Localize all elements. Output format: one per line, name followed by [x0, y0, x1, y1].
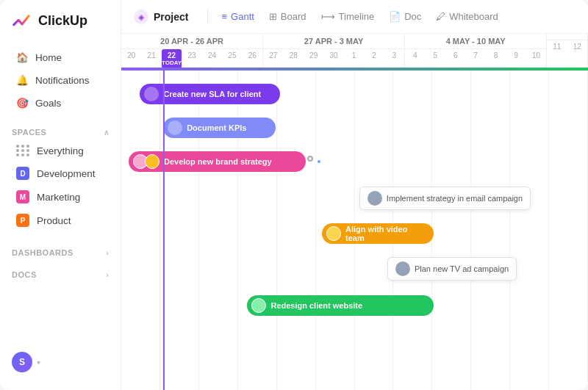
gantt-bar-sla[interactable]: Create new SLA for client — [140, 84, 280, 104]
timeline-tab-label: Timeline — [339, 11, 375, 22]
user-avatar: S — [12, 352, 32, 372]
date-day: 26 — [243, 49, 262, 68]
sidebar-goals-label: Goals — [35, 98, 61, 109]
date-range-label-2: 27 APR - 3 MAY — [263, 34, 404, 49]
date-group-3: 4 MAY - 10 MAY 4 5 6 7 8 9 10 — [405, 34, 547, 67]
sidebar-item-development[interactable]: D Development — [4, 162, 116, 184]
gantt-area: 20 APR - 26 APR 20 21 22TODAY 23 24 25 2… — [121, 34, 588, 390]
dashboards-section: Dashboards › — [0, 238, 121, 260]
date-day: 1 — [344, 49, 364, 62]
bar-label-sla: Create new SLA for client — [163, 90, 261, 98]
tab-timeline[interactable]: ⟼ Timeline — [314, 7, 382, 26]
whiteboard-tab-icon: 🖊 — [436, 11, 445, 22]
date-group-4: 11 12 — [547, 34, 588, 67]
date-day: 9 — [506, 49, 526, 62]
date-day: 10 — [526, 49, 546, 62]
date-day: 27 — [263, 49, 283, 62]
date-day: 4 — [405, 49, 425, 62]
sidebar-item-goals[interactable]: 🎯 Goals — [4, 92, 116, 114]
date-header: 20 APR - 26 APR 20 21 22TODAY 23 24 25 2… — [121, 34, 588, 68]
bar-avatar-brand-2 — [145, 154, 159, 169]
bar-right-handle[interactable] — [307, 156, 313, 162]
bar-label-website: Redesign client website — [270, 301, 362, 310]
docs-label: Docs — [12, 270, 37, 279]
tab-board[interactable]: ⊞ Board — [262, 7, 314, 26]
bar-avatars-brand — [133, 154, 159, 169]
product-label: Product — [37, 215, 71, 226]
date-day: 5 — [426, 49, 445, 62]
gantt-tab-icon: ≡ — [221, 11, 227, 22]
sidebar-item-product[interactable]: P Product — [4, 209, 116, 231]
date-days-4: 11 12 — [547, 40, 587, 53]
today-line — [163, 71, 165, 390]
bar-label-brand: Develop new brand strategy — [164, 157, 272, 166]
docs-section: Docs › — [0, 260, 121, 282]
sidebar-item-marketing[interactable]: M Marketing — [4, 186, 116, 208]
development-icon: D — [16, 167, 29, 180]
bar-row-brand: Develop new brand strategy — [121, 151, 588, 172]
development-label: Development — [37, 168, 96, 179]
everything-label: Everything — [37, 145, 84, 156]
date-group-1: 20 APR - 26 APR 20 21 22TODAY 23 24 25 2… — [121, 34, 263, 67]
user-chevron-icon: ▾ — [37, 358, 40, 366]
goals-icon: 🎯 — [16, 97, 28, 109]
date-day: 7 — [465, 49, 485, 62]
date-day: 12 — [567, 40, 587, 53]
gantt-bar-kpi[interactable]: Document KPIs — [163, 118, 275, 138]
gantt-body: Create new SLA for client Document KPIs — [121, 71, 588, 390]
tab-gantt[interactable]: ≡ Gantt — [214, 7, 261, 26]
gantt-bar-website[interactable]: Redesign client website — [247, 295, 434, 316]
floating-label-tv: Plan new TV ad campaign — [415, 264, 509, 273]
spaces-chevron-icon: ∧ — [104, 129, 110, 137]
bar-dot-brand — [316, 159, 322, 165]
date-day: 8 — [486, 49, 506, 62]
bar-label-video: Align with video team — [345, 225, 426, 242]
bar-row-sla: Create new SLA for client — [121, 84, 588, 104]
sidebar-notifications-label: Notifications — [35, 75, 90, 86]
clickup-logo-icon — [12, 10, 32, 31]
date-days-3: 4 5 6 7 8 9 10 — [405, 49, 546, 62]
svg-text:◈: ◈ — [138, 12, 145, 21]
floating-label-email: Implement strategy in email campaign — [387, 194, 523, 203]
sidebar-item-everything[interactable]: Everything — [4, 140, 116, 161]
board-tab-label: Board — [281, 11, 306, 22]
date-day: 28 — [283, 49, 303, 62]
date-range-label-3: 4 MAY - 10 MAY — [405, 34, 546, 49]
timeline-tab-icon: ⟼ — [321, 11, 335, 22]
date-day: 29 — [304, 49, 323, 62]
gantt-tab-label: Gantt — [231, 11, 254, 22]
task-avatar-email — [368, 191, 382, 206]
main-content: ◈ Project ≡ Gantt ⊞ Board ⟼ Timeline 📄 D… — [121, 0, 588, 390]
sidebar-home-label: Home — [35, 52, 62, 63]
project-icon: ◈ — [133, 9, 149, 25]
gantt-bar-video[interactable]: Align with video team — [322, 223, 434, 244]
floating-task-email[interactable]: Implement strategy in email campaign — [359, 187, 531, 210]
marketing-label: Marketing — [37, 192, 80, 203]
date-day: 6 — [445, 49, 465, 62]
tab-whiteboard[interactable]: 🖊 Whiteboard — [429, 7, 505, 26]
date-range-label-4 — [547, 34, 587, 40]
sidebar-item-notifications[interactable]: 🔔 Notifications — [4, 69, 116, 91]
dashboards-label: Dashboards — [12, 248, 74, 257]
bell-icon: 🔔 — [16, 74, 28, 86]
date-day: 30 — [323, 49, 343, 62]
tab-doc[interactable]: 📄 Doc — [381, 7, 429, 26]
whiteboard-tab-label: Whiteboard — [449, 11, 498, 22]
bar-row-video: Align with video team — [121, 223, 588, 244]
project-breadcrumb: ◈ Project — [133, 9, 196, 25]
sidebar-item-home[interactable]: 🏠 Home — [4, 46, 116, 68]
date-group-2: 27 APR - 3 MAY 27 28 29 30 1 2 3 — [263, 34, 405, 67]
logo: ClickUp — [0, 10, 121, 43]
user-avatar-row[interactable]: S ▾ — [12, 352, 109, 372]
date-day: 24 — [202, 49, 222, 68]
bar-row-kpi: Document KPIs — [121, 118, 588, 138]
floating-task-tv[interactable]: Plan new TV ad campaign — [387, 257, 517, 281]
sidebar-nav: 🏠 Home 🔔 Notifications 🎯 Goals — [0, 43, 121, 118]
bar-avatar-video — [326, 226, 341, 241]
project-label: Project — [154, 11, 188, 23]
home-icon: 🏠 — [16, 51, 28, 63]
gantt-bar-brand[interactable]: Develop new brand strategy — [129, 151, 306, 172]
date-day: 2 — [364, 49, 384, 62]
date-day: 3 — [384, 49, 404, 62]
everything-grid-icon — [16, 145, 29, 156]
